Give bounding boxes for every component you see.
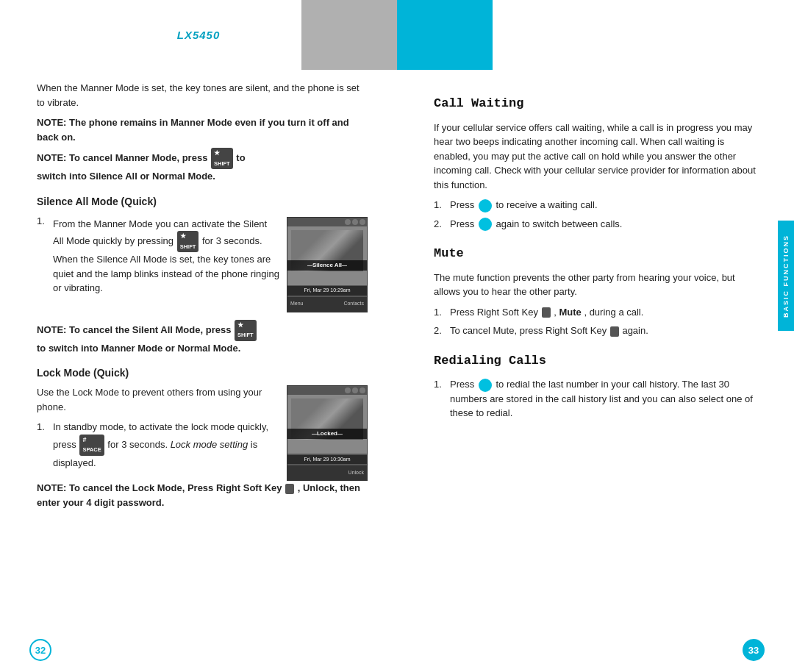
page-number-right: 33: [743, 639, 765, 661]
cw-step1-text: Press: [450, 199, 474, 210]
mute-step2: 2. To cancel Mute, press Right Soft Key …: [434, 324, 757, 338]
left-page: LX5450 When the Manner Mode is set, the …: [0, 0, 397, 672]
send-key-icon-1: [479, 199, 492, 212]
phone2-unlock-label: Unlock: [348, 469, 364, 477]
mute-list: 1. Press Right Soft Key , Mute , during …: [434, 305, 757, 338]
left-header-title: LX5450: [177, 29, 221, 41]
phone-screen-1: —Silence All—: [287, 226, 367, 285]
mute-step2-text: To cancel Mute, press Right Soft Key: [450, 325, 607, 336]
note2: NOTE: To cancel Manner Mode, press ★SHIF…: [37, 148, 368, 184]
note2-to: to: [236, 152, 245, 163]
silence-step1: 1. From the Manner Mode you can activate…: [37, 214, 368, 312]
send-key-icon-3: [479, 379, 492, 392]
silence-mode-heading: Silence All Mode (Quick): [37, 194, 368, 210]
lock-note: NOTE: To cancel the Lock Mode, Press Rig…: [37, 481, 368, 510]
phone-image-2: —Locked— Fri, Mar 29 10:30am Unlock: [287, 385, 368, 481]
silence-step1-row: From the Manner Mode you can activate th…: [53, 217, 368, 312]
call-waiting-list: 1. Press to receive a waiting call. 2. P…: [434, 198, 757, 231]
redialing-step1-text: Press: [450, 379, 474, 390]
mute-step1-text: Press Right Soft Key: [450, 307, 538, 318]
call-waiting-step1: 1. Press to receive a waiting call.: [434, 198, 757, 212]
lock-mode-heading: Lock Mode (Quick): [37, 365, 368, 381]
cw-step2-cont: again to switch between calls.: [496, 218, 622, 229]
silence-note: NOTE: To cancel the Silent All Mode, pre…: [37, 320, 368, 356]
phone1-contacts: Contacts: [343, 300, 364, 308]
phone1-menu: Menu: [290, 300, 304, 308]
phone1-bottom: Menu Contacts: [287, 297, 367, 312]
soft-key-icon: [285, 484, 294, 494]
hash-key-icon: #SPACE: [79, 435, 104, 456]
redialing-step1: 1. Press to redial the last number in yo…: [434, 377, 757, 421]
silence-step1-for: for 3 seconds.: [202, 235, 262, 246]
phone2-icon-1: [345, 387, 351, 393]
cw-step2-text: Press: [450, 218, 474, 229]
mute-para: The mute function prevents the other par…: [434, 271, 757, 299]
phone2-time: Fri, Mar 29 10:30am: [287, 455, 367, 465]
redialing-heading: Redialing Calls: [434, 351, 757, 371]
mute-soft-key-icon-2: [610, 326, 619, 337]
silence-mode-list: 1. From the Manner Mode you can activate…: [37, 214, 368, 312]
phone-image-1: —Silence All— Fri, Mar 29 10:29am Menu C…: [287, 217, 368, 312]
lock-mode-italic: Lock mode setting: [171, 438, 248, 449]
star-key-cancel-icon: ★SHIFT: [235, 320, 257, 341]
phone2-bottom: Unlock: [287, 465, 367, 480]
right-header-title: LX5450: [574, 29, 618, 41]
mute-step1: 1. Press Right Soft Key , Mute , during …: [434, 305, 757, 320]
call-waiting-step2: 2. Press again to switch between calls.: [434, 217, 757, 232]
intro-para: When the Manner Mode is set, the key ton…: [37, 81, 368, 110]
lock-note-text: NOTE: To cancel the Lock Mode, Press Rig…: [37, 482, 282, 493]
cw-step1-cont: to receive a waiting call.: [496, 199, 597, 210]
call-waiting-heading: Call Waiting: [434, 94, 757, 113]
mute-heading: Mute: [434, 244, 757, 263]
mute-soft-key-icon: [542, 307, 551, 318]
header-left: LX5450: [0, 0, 397, 70]
redialing-step1-cont: to redial the last number in your call h…: [450, 379, 753, 418]
lock-step1-text2: for 3 seconds.: [107, 438, 170, 449]
phone2-icon-2: [352, 387, 358, 393]
send-key-icon-2: [479, 218, 492, 231]
phone-icon-2: [352, 219, 358, 225]
star-key-icon: ★SHIFT: [177, 231, 199, 252]
side-tab: Basic Functions: [778, 221, 794, 331]
page-number-left: 32: [29, 639, 51, 661]
header-right: LX5450: [397, 0, 794, 70]
phone-icon-1: [345, 219, 351, 225]
phone-icon-3: [360, 219, 365, 225]
mute-step1-cont: , during a call.: [584, 307, 643, 318]
phone1-label: —Silence All—: [287, 260, 367, 271]
left-content: When the Manner Mode is set, the key ton…: [0, 70, 397, 672]
lock-mode-intro: Use the Lock Mode to prevent others from…: [37, 385, 279, 414]
mute-step2-cont: again.: [622, 325, 648, 336]
phone2-icon-3: [360, 387, 365, 393]
mute-bold: Mute: [559, 307, 581, 318]
phone2-label: —Locked—: [287, 429, 367, 439]
right-page: LX5450 Call Waiting If your cellular ser…: [397, 0, 794, 672]
side-tab-text: Basic Functions: [782, 235, 790, 318]
lock-mode-list: 1. In standby mode, to activate the lock…: [37, 420, 279, 470]
star-shift-key-icon: ★SHIFT: [211, 148, 233, 169]
note1: NOTE: The phone remains in Manner Mode e…: [37, 115, 368, 144]
call-waiting-para: If your cellular service offers call wai…: [434, 121, 757, 193]
silence-step1-cont: When the Silence All Mode is set, the ke…: [53, 254, 279, 293]
silence-note-text2: to switch into Manner Mode or Normal Mod…: [37, 343, 240, 354]
silence-note-text1: NOTE: To cancel the Silent All Mode, pre…: [37, 324, 234, 335]
redialing-list: 1. Press to redial the last number in yo…: [434, 377, 757, 421]
right-content: Call Waiting If your cellular service of…: [397, 70, 794, 672]
phone-screen-2: —Locked—: [287, 395, 367, 454]
lock-step1: 1. In standby mode, to activate the lock…: [37, 420, 279, 470]
note2-cont: switch into Silence All or Normal Mode.: [37, 171, 215, 182]
lock-mode-row: Use the Lock Mode to prevent others from…: [37, 385, 368, 481]
phone1-time: Fri, Mar 29 10:29am: [287, 286, 367, 296]
